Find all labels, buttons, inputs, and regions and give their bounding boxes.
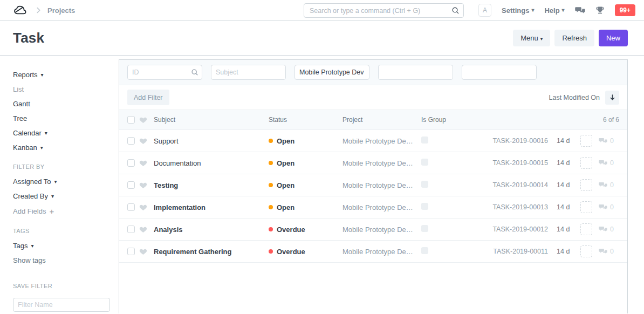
row-subject[interactable]: Testing: [154, 181, 269, 189]
tags-heading: TAGS: [13, 228, 110, 234]
row-checkbox[interactable]: [127, 226, 135, 233]
comment-icon: [599, 159, 607, 167]
global-search[interactable]: [304, 3, 464, 18]
sidebar-item-kanban[interactable]: Kanban▾: [13, 144, 110, 152]
row-project-link[interactable]: Mobile Prototype De…: [342, 137, 421, 145]
table-row[interactable]: Documentation Open Mobile Prototype De… …: [119, 152, 627, 174]
heart-icon[interactable]: [139, 226, 147, 233]
status-label: Open: [277, 137, 294, 145]
row-task-id: TASK-2019-00014: [484, 181, 548, 189]
sidebar-item-list[interactable]: List: [13, 85, 110, 93]
status-label: Open: [277, 203, 294, 211]
heart-icon[interactable]: [139, 248, 147, 255]
row-subject[interactable]: Implementation: [154, 203, 269, 211]
heart-icon[interactable]: [139, 137, 147, 145]
row-project-link[interactable]: Mobile Prototype De…: [342, 226, 421, 234]
row-project-link[interactable]: Mobile Prototype De…: [342, 181, 421, 189]
row-checkbox[interactable]: [127, 248, 135, 255]
settings-label: Settings: [502, 6, 529, 15]
add-filter-button[interactable]: Add Filter: [127, 90, 169, 105]
assignee-placeholder[interactable]: [580, 223, 592, 235]
status-dot: [269, 139, 273, 143]
comment-count: 0: [610, 203, 614, 211]
filter-input-5-field[interactable]: [462, 65, 537, 80]
table-row[interactable]: Analysis Overdue Mobile Prototype De… TA…: [119, 219, 627, 241]
filter-by-heading: FILTER BY: [13, 163, 110, 170]
row-checkbox[interactable]: [127, 159, 135, 167]
header-project[interactable]: Project: [342, 116, 421, 124]
chevron-down-icon: ▾: [540, 36, 543, 42]
table-row[interactable]: Implementation Open Mobile Prototype De……: [119, 196, 627, 219]
filter-input-4-field[interactable]: [378, 65, 453, 80]
result-count[interactable]: 6 of 6: [603, 116, 619, 124]
status-dot: [269, 249, 273, 254]
header-is-group[interactable]: Is Group: [421, 116, 470, 124]
notifications-badge[interactable]: 99+: [615, 4, 635, 16]
status-dot: [269, 161, 273, 165]
sidebar-item-calendar[interactable]: Calendar▾: [13, 129, 110, 137]
show-tags-toggle[interactable]: Show tags: [13, 256, 110, 264]
row-checkbox[interactable]: [127, 137, 135, 145]
heart-icon[interactable]: [139, 159, 147, 167]
sidebar-item-gantt[interactable]: Gantt: [13, 100, 110, 108]
table-row[interactable]: Requirement Gathering Overdue Mobile Pro…: [119, 241, 627, 263]
assigned-to-filter[interactable]: Assigned To▾: [13, 178, 110, 186]
help-menu[interactable]: Help ▾: [544, 6, 564, 15]
comment-count: 0: [610, 248, 614, 255]
row-subject[interactable]: Analysis: [154, 226, 269, 234]
comment-icon: [599, 137, 607, 145]
menu-button[interactable]: Menu ▾: [513, 30, 550, 46]
comment-icon: [599, 248, 607, 255]
breadcrumb[interactable]: Projects: [47, 6, 75, 15]
sidebar-item-reports[interactable]: Reports▾: [13, 71, 110, 79]
refresh-button[interactable]: Refresh: [554, 30, 594, 46]
row-comments: 0: [599, 226, 619, 233]
heart-icon[interactable]: [139, 203, 147, 211]
app-logo-icon[interactable]: [13, 4, 29, 16]
settings-menu[interactable]: Settings ▾: [502, 6, 534, 15]
project-filter-input[interactable]: [294, 65, 369, 80]
row-project-link[interactable]: Mobile Prototype De…: [342, 203, 421, 211]
row-task-id: TASK-2019-00012: [484, 226, 548, 233]
created-by-filter[interactable]: Created By▾: [13, 192, 110, 200]
row-project-link[interactable]: Mobile Prototype De…: [342, 159, 421, 167]
row-subject[interactable]: Support: [154, 137, 269, 145]
chevron-down-icon: ▾: [31, 243, 33, 249]
add-fields-button[interactable]: Add Fields+: [13, 207, 110, 216]
status-dot: [269, 205, 273, 209]
chevron-down-icon: ▾: [40, 145, 43, 151]
new-button[interactable]: New: [599, 30, 628, 46]
row-checkbox[interactable]: [127, 181, 135, 189]
status-label: Overdue: [277, 226, 305, 234]
row-modified: 14 d: [557, 181, 575, 189]
sidebar-item-tree[interactable]: Tree: [13, 114, 110, 122]
tags-dropdown[interactable]: Tags▾: [13, 242, 110, 250]
header-subject[interactable]: Subject: [154, 116, 269, 124]
chat-icon[interactable]: [575, 6, 585, 15]
sort-direction-button[interactable]: [605, 91, 619, 105]
assignee-placeholder[interactable]: [580, 245, 592, 257]
avatar[interactable]: A: [478, 4, 491, 17]
assignee-placeholder[interactable]: [580, 201, 592, 213]
row-project-link[interactable]: Mobile Prototype De…: [342, 248, 421, 256]
assignee-placeholder[interactable]: [580, 179, 592, 191]
select-all-checkbox[interactable]: [127, 116, 135, 124]
filter-strip: [119, 60, 627, 85]
header-status[interactable]: Status: [269, 116, 342, 124]
table-row[interactable]: Support Open Mobile Prototype De… TASK-2…: [119, 130, 627, 152]
heart-icon[interactable]: [139, 181, 147, 189]
row-subject[interactable]: Documentation: [154, 159, 269, 167]
trophy-icon[interactable]: [595, 6, 605, 15]
global-search-input[interactable]: [304, 3, 464, 18]
row-comments: 0: [599, 159, 619, 167]
sort-field-label[interactable]: Last Modified On: [549, 94, 600, 101]
row-checkbox[interactable]: [127, 203, 135, 211]
assignee-placeholder[interactable]: [580, 135, 592, 147]
row-subject[interactable]: Requirement Gathering: [154, 248, 269, 256]
subject-filter-input[interactable]: [211, 65, 286, 80]
table-row[interactable]: Testing Open Mobile Prototype De… TASK-2…: [119, 174, 627, 196]
navbar: Projects A Settings ▾ Help ▾ 99+: [0, 0, 644, 21]
right-gutter: [628, 56, 644, 313]
assignee-placeholder[interactable]: [580, 157, 592, 169]
filter-name-input[interactable]: [13, 298, 110, 312]
